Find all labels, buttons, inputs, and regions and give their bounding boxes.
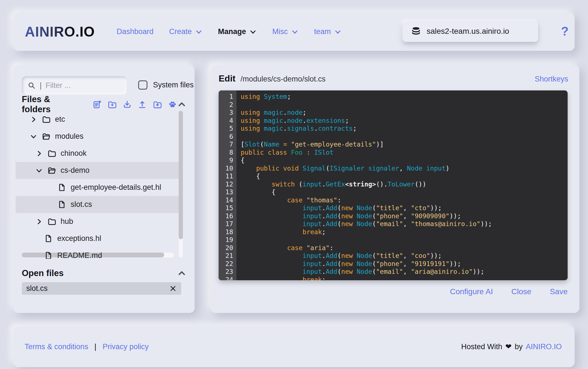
heart-icon: ❤ — [505, 342, 512, 351]
ainiro-logo[interactable]: AINIRO.IO — [25, 24, 95, 40]
nav-item-dashboard[interactable]: Dashboard — [117, 27, 154, 36]
nav-item-create[interactable]: Create — [169, 27, 202, 36]
code-line-22: 22 input.Add(new Node("phone", "91919191… — [219, 260, 568, 268]
folder-open-icon — [47, 166, 56, 175]
tree-item-get-employee-details.get.hl[interactable]: get-employee-details.get.hl — [13, 179, 195, 196]
code-line-content: input.Add(new Node("title", "cto")); — [236, 204, 442, 212]
code-line-2: 2 — [219, 101, 568, 109]
tree-item-label: cs-demo — [61, 166, 90, 175]
code-line-3: 3using magic.node; — [219, 109, 568, 117]
tree-item-label: get-employee-details.get.hl — [71, 183, 161, 192]
close-button[interactable]: Close — [511, 287, 532, 296]
code-line-19: 19 — [219, 236, 568, 244]
code-line-13: 13 { — [219, 188, 568, 196]
save-button[interactable]: Save — [550, 287, 568, 296]
tree-item-cs-demo[interactable]: cs-demo — [13, 162, 195, 179]
folder-open-icon — [42, 132, 51, 141]
code-line-content: public void Signal(ISignaler signaler, N… — [236, 164, 450, 172]
nav-item-label: Manage — [218, 27, 246, 36]
line-number: 9 — [219, 156, 236, 164]
code-line-content: input.Add(new Node("phone", "90909090"))… — [236, 212, 461, 220]
tree-item-label: README.md — [57, 251, 102, 259]
line-number: 11 — [219, 172, 236, 180]
edit-title: Edit — [219, 73, 235, 84]
new-folder-icon[interactable] — [107, 100, 117, 109]
tree-item-modules[interactable]: modules — [13, 128, 195, 145]
chevron-down-icon[interactable] — [30, 133, 37, 140]
edited-file-path: /modules/cs-demo/slot.cs — [240, 75, 326, 83]
line-number: 16 — [219, 212, 236, 220]
nav-item-team[interactable]: team — [314, 27, 341, 36]
file-icon — [44, 234, 53, 243]
chevron-down-icon — [334, 28, 341, 35]
code-line-content: { — [236, 188, 276, 196]
chevron-down-icon[interactable] — [35, 167, 43, 174]
upload-folder-icon[interactable] — [153, 100, 162, 109]
code-line-15: 15 input.Add(new Node("title", "cto")); — [219, 204, 568, 212]
line-number: 23 — [219, 268, 236, 276]
collapse-open-files-chevron-up-icon[interactable] — [177, 269, 187, 278]
tree-item-hub[interactable]: hub — [13, 213, 195, 230]
hosted-prefix: Hosted With — [461, 342, 502, 351]
tree-item-slot.cs[interactable]: slot.cs — [13, 196, 195, 213]
code-line-content — [236, 101, 241, 109]
code-line-6: 6 — [219, 133, 568, 141]
editor-actions: Configure AICloseSave — [219, 287, 568, 296]
code-line-content: [Slot(Name = "get-employee-details")] — [236, 140, 384, 148]
chevron-right-icon[interactable] — [35, 150, 43, 157]
tree-item-chinook[interactable]: chinook — [13, 145, 195, 162]
chevron-right-icon[interactable] — [30, 116, 37, 123]
collapse-files-chevron-up-icon[interactable] — [177, 100, 187, 109]
file-tree: etcmoduleschinookcs-demoget-employee-det… — [13, 111, 195, 259]
files-toolbar — [92, 100, 177, 109]
chevron-down-icon — [291, 28, 298, 35]
nav-item-label: team — [314, 27, 331, 36]
open-file-slot.cs[interactable]: slot.cs — [22, 282, 181, 295]
close-file-icon[interactable] — [169, 285, 177, 292]
code-line-18: 18 break; — [219, 228, 568, 236]
footer-link-privacy-policy[interactable]: Privacy policy — [102, 342, 149, 351]
line-number: 2 — [219, 101, 236, 109]
line-number: 17 — [219, 220, 236, 228]
editor-header: Edit /modules/cs-demo/slot.cs Shortkeys — [219, 73, 568, 84]
ainiro-footer-link[interactable]: AINIRO.IO — [526, 342, 562, 351]
code-line-content: using magic.node.extensions; — [236, 117, 349, 125]
file-icon — [58, 183, 66, 192]
system-files-label: System files — [153, 81, 194, 89]
footer-link-terms-conditions[interactable]: Terms & conditions — [25, 342, 88, 351]
files-sidebar: | Filter ... System files Files & folder… — [13, 65, 195, 313]
filter-caret: | — [40, 81, 42, 90]
tree-item-label: modules — [55, 132, 83, 141]
macro-paw-icon[interactable] — [168, 100, 177, 109]
configure-ai-button[interactable]: Configure AI — [450, 287, 493, 296]
chevron-right-icon[interactable] — [35, 218, 43, 225]
main-nav: DashboardCreateManageMiscteam — [117, 27, 341, 36]
tree-item-label: chinook — [61, 149, 87, 158]
new-file-icon[interactable] — [92, 100, 102, 109]
system-files-checkbox[interactable] — [138, 80, 147, 90]
download-icon[interactable] — [123, 100, 132, 109]
code-line-17: 17 input.Add(new Node("email", "thomas@a… — [219, 220, 568, 228]
server-chip[interactable]: sales2-team.us.ainiro.io — [403, 21, 538, 42]
code-line-content: { — [236, 172, 260, 180]
tree-vertical-scrollbar-thumb[interactable] — [179, 111, 183, 239]
tree-vertical-scrollbar[interactable] — [179, 111, 183, 257]
shortkeys-link[interactable]: Shortkeys — [535, 75, 568, 83]
code-editor[interactable]: 1using System;23using magic.node;4using … — [219, 90, 568, 280]
line-number: 8 — [219, 148, 236, 157]
code-line-content: break; — [236, 276, 326, 281]
tree-item-etc[interactable]: etc — [13, 111, 195, 128]
code-line-content: input.Add(new Node("email", "thomas@aini… — [236, 220, 492, 228]
line-number: 13 — [219, 188, 236, 196]
nav-item-manage[interactable]: Manage — [218, 27, 257, 36]
open-file-name: slot.cs — [26, 284, 48, 293]
nav-item-misc[interactable]: Misc — [272, 27, 298, 36]
tree-item-exceptions.hl[interactable]: exceptions.hl — [13, 230, 195, 247]
help-button[interactable]: ? — [553, 19, 577, 43]
tree-item-label: etc — [55, 115, 65, 124]
code-line-12: 12 switch (input.GetEx<string>().ToLower… — [219, 180, 568, 188]
upload-icon[interactable] — [138, 100, 147, 109]
filter-input[interactable]: | Filter ... — [22, 76, 127, 95]
footer-links: Terms & conditions|Privacy policy — [25, 342, 149, 351]
files-folders-header: Files & folders — [22, 98, 187, 111]
